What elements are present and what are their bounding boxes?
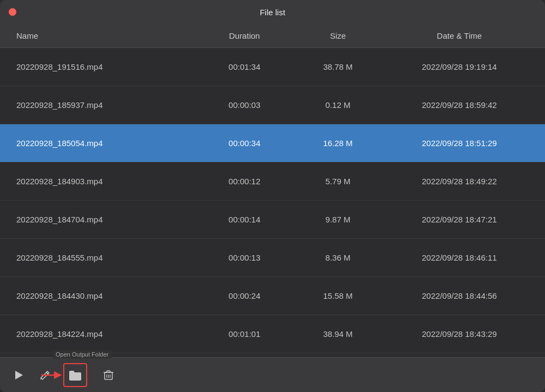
- table-row[interactable]: 20220928_185054.mp400:00:3416.28 M2022/0…: [0, 124, 545, 162]
- cell-name: 20220928_184430.mp4: [11, 291, 198, 300]
- cell-size: 9.87 M: [291, 215, 384, 224]
- cell-datetime: 2022/09/28 18:46:11: [385, 253, 534, 262]
- delete-button[interactable]: [100, 367, 117, 383]
- play-button[interactable]: [11, 367, 26, 383]
- column-header-duration: Duration: [198, 31, 291, 40]
- cell-datetime: 2022/09/28 18:51:29: [385, 138, 534, 148]
- open-folder-button[interactable]: [65, 365, 85, 385]
- cell-datetime: 2022/09/28 18:43:29: [385, 329, 534, 339]
- cell-datetime: 2022/09/28 18:49:22: [385, 177, 534, 186]
- table-row[interactable]: 20220928_184224.mp400:01:0138.94 M2022/0…: [0, 315, 545, 353]
- table-row[interactable]: 20220928_184903.mp400:00:125.79 M2022/09…: [0, 162, 545, 201]
- cell-name: 20220928_185054.mp4: [11, 138, 198, 148]
- trash-icon: [102, 369, 114, 381]
- folder-tooltip: Open Output Folder: [52, 350, 112, 359]
- folder-highlight-box: [63, 363, 87, 387]
- svg-marker-0: [15, 371, 23, 379]
- column-header-datetime: Date & Time: [385, 31, 534, 40]
- cell-duration: 00:00:13: [198, 253, 291, 262]
- cell-duration: 00:00:34: [198, 138, 291, 148]
- open-folder-wrapper: Open Output Folder: [63, 363, 87, 387]
- cell-name: 20220928_184704.mp4: [11, 215, 198, 224]
- cell-duration: 00:01:34: [198, 62, 291, 71]
- cell-size: 38.94 M: [291, 329, 384, 339]
- cell-size: 15.58 M: [291, 291, 384, 300]
- cell-name: 20220928_191516.mp4: [11, 62, 198, 71]
- cell-datetime: 2022/09/28 19:19:14: [385, 62, 534, 71]
- cell-size: 5.79 M: [291, 177, 384, 186]
- cell-datetime: 2022/09/28 18:47:21: [385, 215, 534, 224]
- cell-duration: 00:00:24: [198, 291, 291, 300]
- table-header: Name Duration Size Date & Time: [0, 24, 545, 48]
- cell-name: 20220928_184903.mp4: [11, 177, 198, 186]
- table-row[interactable]: 20220928_185937.mp400:00:030.12 M2022/09…: [0, 86, 545, 124]
- cell-duration: 00:00:12: [198, 177, 291, 186]
- folder-icon: [68, 367, 83, 383]
- file-list-window: File list Name Duration Size Date & Time…: [0, 0, 545, 392]
- cell-name: 20220928_184224.mp4: [11, 329, 198, 339]
- table-row[interactable]: 20220928_184430.mp400:00:2415.58 M2022/0…: [0, 277, 545, 315]
- cell-datetime: 2022/09/28 18:44:56: [385, 291, 534, 300]
- table-row[interactable]: 20220928_184555.mp400:00:138.36 M2022/09…: [0, 239, 545, 277]
- toolbar: Open Output Folder: [0, 357, 545, 392]
- cell-size: 16.28 M: [291, 138, 384, 148]
- cell-name: 20220928_185937.mp4: [11, 100, 198, 110]
- table-body: 20220928_191516.mp400:01:3438.78 M2022/0…: [0, 48, 545, 357]
- arrow-indicator: [41, 369, 62, 382]
- title-bar: File list: [0, 0, 545, 24]
- cell-duration: 00:00:03: [198, 100, 291, 110]
- cell-size: 8.36 M: [291, 253, 384, 262]
- cell-size: 38.78 M: [291, 62, 384, 71]
- cell-duration: 00:01:01: [198, 329, 291, 339]
- column-header-size: Size: [291, 31, 384, 40]
- cell-datetime: 2022/09/28 18:59:42: [385, 100, 534, 110]
- cell-duration: 00:00:14: [198, 215, 291, 224]
- window-title: File list: [260, 8, 286, 17]
- play-icon: [13, 370, 24, 381]
- table-row[interactable]: 20220928_191516.mp400:01:3438.78 M2022/0…: [0, 48, 545, 86]
- cell-name: 20220928_184555.mp4: [11, 253, 198, 262]
- close-button[interactable]: [9, 8, 16, 16]
- table-row[interactable]: 20220928_184704.mp400:00:149.87 M2022/09…: [0, 201, 545, 239]
- column-header-name: Name: [11, 31, 198, 40]
- cell-size: 0.12 M: [291, 100, 384, 110]
